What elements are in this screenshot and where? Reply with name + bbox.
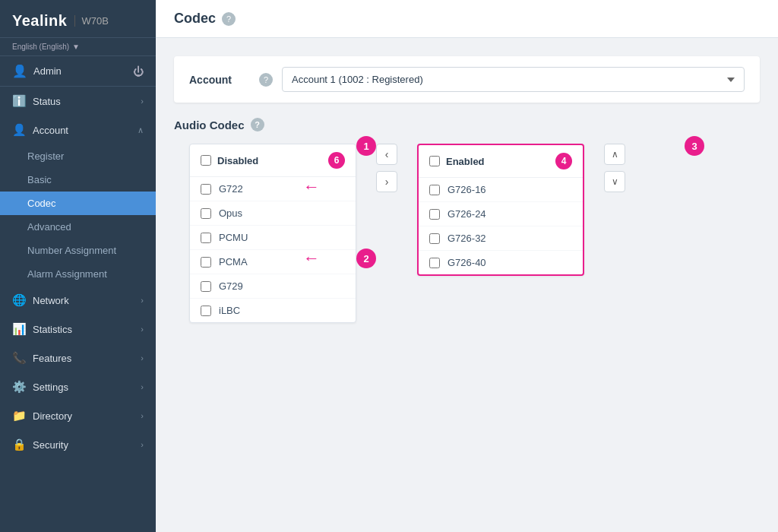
network-chevron: › <box>141 296 144 305</box>
directory-icon: 📁 <box>12 409 27 423</box>
settings-icon: ⚙️ <box>12 380 27 394</box>
sidebar-item-alarm-assignment[interactable]: Alarm Assignment <box>0 262 156 286</box>
codec-checkbox-g722[interactable] <box>201 184 211 195</box>
directory-chevron: › <box>141 411 144 420</box>
codec-label-opus: Opus <box>219 207 242 219</box>
codec-label-g726-40: G726-40 <box>448 257 486 268</box>
security-icon: 🔒 <box>12 438 27 451</box>
power-icon[interactable]: ⏻ <box>133 65 144 78</box>
disabled-panel-count: 6 <box>328 152 345 169</box>
codec-checkbox-opus[interactable] <box>201 208 211 219</box>
sidebar-item-label-settings: Settings <box>33 382 68 393</box>
sidebar-item-network[interactable]: 🌐 Network › <box>0 286 156 315</box>
codec-item-g729[interactable]: G729 <box>190 274 356 299</box>
sidebar-item-advanced[interactable]: Advanced <box>0 215 156 239</box>
network-icon: 🌐 <box>12 293 27 307</box>
account-chevron: ∧ <box>138 125 144 135</box>
codec-item-g726-40[interactable]: G726-40 <box>419 251 583 274</box>
audio-codec-label: Audio Codec <box>174 119 245 131</box>
features-icon: 📞 <box>12 351 27 365</box>
sort-down-button[interactable]: ∨ <box>604 171 625 192</box>
disabled-all-checkbox[interactable] <box>201 155 211 166</box>
enabled-panel-header: Enabled 4 <box>419 145 583 178</box>
account-select[interactable]: Account 1 (1002 : Registered) Account 2 … <box>282 67 745 92</box>
codec-checkbox-g726-16[interactable] <box>429 185 440 195</box>
sidebar-item-security[interactable]: 🔒 Security › <box>0 430 156 459</box>
brand-model: W70B <box>74 15 108 27</box>
codec-checkbox-pcmu[interactable] <box>201 233 211 243</box>
transfer-left-button[interactable]: ‹ <box>376 144 397 165</box>
brand-name: Yealink <box>12 12 67 30</box>
logo-header: Yealink W70B <box>0 0 156 38</box>
language-selector[interactable]: English (English) ▼ <box>0 38 156 56</box>
codec-checkbox-ilbc[interactable] <box>201 306 211 316</box>
codec-item-g726-16[interactable]: G726-16 <box>419 178 583 202</box>
security-chevron: › <box>141 440 144 449</box>
sidebar-item-number-assignment[interactable]: Number Assignment <box>0 239 156 262</box>
enabled-all-checkbox[interactable] <box>429 156 440 166</box>
codec-item-g726-24[interactable]: G726-24 <box>419 202 583 226</box>
user-info: 👤 Admin <box>12 64 62 78</box>
page-header: Codec ? <box>156 0 778 38</box>
codec-item-g726-32[interactable]: G726-32 <box>419 226 583 251</box>
sidebar-item-basic[interactable]: Basic <box>0 168 156 192</box>
sidebar-item-features[interactable]: 📞 Features › <box>0 344 156 372</box>
account-label: Account <box>189 74 250 86</box>
sidebar-item-status[interactable]: ℹ️ Status › <box>0 87 156 116</box>
codec-label-g726-32: G726-32 <box>448 233 486 244</box>
codec-item-pcma[interactable]: PCMA <box>190 250 356 274</box>
audio-codec-help-icon[interactable]: ? <box>251 118 264 131</box>
codec-panels-wrapper: 1 2 3 ← ← Disabled 6 G722 <box>174 144 760 323</box>
user-row: 👤 Admin ⏻ <box>0 56 156 87</box>
sidebar-item-settings[interactable]: ⚙️ Settings › <box>0 372 156 401</box>
arrow-left: ← <box>303 177 320 197</box>
sidebar-item-label-network: Network <box>33 295 69 306</box>
user-name: Admin <box>33 65 62 77</box>
page-help-icon[interactable]: ? <box>222 12 236 26</box>
sidebar-item-label-security: Security <box>33 439 68 451</box>
sidebar-item-label-account: Account <box>33 125 68 136</box>
sort-up-button[interactable]: ∧ <box>604 144 625 165</box>
codec-label-ilbc: iLBC <box>219 305 240 316</box>
page-title: Codec <box>174 11 216 27</box>
status-icon: ℹ️ <box>12 94 27 108</box>
main-content: Codec ? Account ? Account 1 (1002 : Regi… <box>156 0 778 532</box>
sidebar-item-label-directory: Directory <box>33 410 72 422</box>
enabled-panel-count: 4 <box>555 153 572 169</box>
features-chevron: › <box>141 353 144 363</box>
sidebar-item-label-statistics: Statistics <box>33 324 72 335</box>
codec-item-ilbc[interactable]: iLBC <box>190 299 356 322</box>
arrow-left-2: ← <box>303 249 320 268</box>
codec-label-pcmu: PCMU <box>219 232 248 243</box>
codec-checkbox-g729[interactable] <box>201 281 211 292</box>
annotation-3: 3 <box>685 136 704 156</box>
codec-checkbox-g726-40[interactable] <box>429 258 440 268</box>
codec-item-g722[interactable]: G722 <box>190 177 356 201</box>
audio-codec-section-title: Audio Codec ? <box>174 118 760 131</box>
account-row: Account ? Account 1 (1002 : Registered) … <box>174 56 760 103</box>
sidebar-item-label-features: Features <box>33 353 71 364</box>
content-area: Account ? Account 1 (1002 : Registered) … <box>156 38 778 532</box>
codec-label-g726-24: G726-24 <box>448 208 486 220</box>
settings-chevron: › <box>141 382 144 391</box>
codec-item-opus[interactable]: Opus <box>190 201 356 226</box>
sidebar-item-directory[interactable]: 📁 Directory › <box>0 401 156 430</box>
codec-checkbox-g726-32[interactable] <box>429 233 440 244</box>
transfer-right-button[interactable]: › <box>376 171 397 192</box>
status-chevron: › <box>141 97 144 106</box>
sidebar-item-codec[interactable]: Codec <box>0 192 156 215</box>
codec-checkbox-g726-24[interactable] <box>429 209 440 220</box>
enabled-panel-title: Enabled <box>446 156 549 167</box>
sidebar-item-account[interactable]: 👤 Account ∧ <box>0 116 156 144</box>
codec-checkbox-pcma[interactable] <box>201 257 211 268</box>
sidebar-item-statistics[interactable]: 📊 Statistics › <box>0 315 156 344</box>
account-icon: 👤 <box>12 123 27 137</box>
statistics-icon: 📊 <box>12 322 27 336</box>
sidebar-item-register[interactable]: Register <box>0 144 156 168</box>
codec-item-pcmu[interactable]: PCMU <box>190 226 356 250</box>
account-help-icon[interactable]: ? <box>259 73 273 87</box>
codec-label-g729: G729 <box>219 280 243 292</box>
transfer-buttons: ‹ › <box>372 144 402 192</box>
language-chevron: ▼ <box>72 43 80 51</box>
disabled-panel-header: Disabled 6 <box>190 144 356 177</box>
